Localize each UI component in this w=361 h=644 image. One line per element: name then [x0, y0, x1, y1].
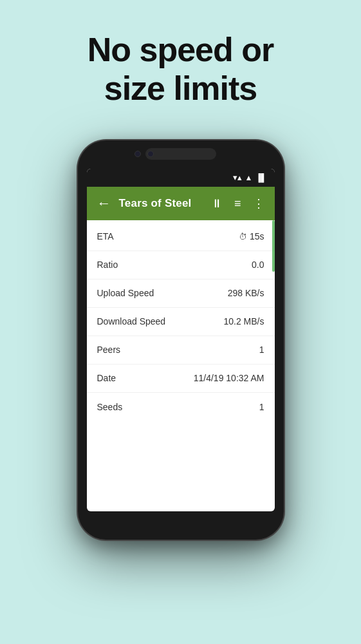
info-label: Date	[97, 373, 116, 383]
info-value-text: 1	[259, 345, 264, 355]
wifi-icon: ▾▴	[233, 173, 242, 182]
info-value: 1	[259, 402, 264, 412]
headline-line1: No speed or	[88, 31, 274, 68]
page-background: No speed or size limits ▾▴ ▲ ▐▌ ← Tears …	[0, 0, 361, 644]
info-label: Download Speed	[97, 316, 166, 327]
app-bar-title: Tears of Steel	[119, 197, 203, 210]
status-bar: ▾▴ ▲ ▐▌	[87, 169, 275, 187]
scroll-indicator	[272, 220, 275, 272]
info-value: 0.0	[252, 260, 264, 270]
info-value: ⏱15s	[239, 231, 264, 242]
info-label: Ratio	[97, 260, 118, 270]
app-bar-actions: ⏸ ≡ ⋮	[208, 195, 267, 212]
info-value-text: 0.0	[252, 260, 264, 270]
info-value: 298 KB/s	[228, 288, 264, 298]
info-value-text: 10.2 MB/s	[223, 316, 264, 327]
table-row: ETA⏱15s	[87, 223, 275, 251]
table-row: Download Speed10.2 MB/s	[87, 308, 275, 336]
phone-screen: ▾▴ ▲ ▐▌ ← Tears of Steel ⏸ ≡ ⋮ ETA⏱15sRa…	[87, 169, 275, 511]
table-row: Upload Speed298 KB/s	[87, 279, 275, 308]
phone-device: ▾▴ ▲ ▐▌ ← Tears of Steel ⏸ ≡ ⋮ ETA⏱15sRa…	[78, 140, 284, 540]
pause-button[interactable]: ⏸	[208, 195, 225, 212]
info-value-text: 1	[259, 402, 264, 412]
app-bar: ← Tears of Steel ⏸ ≡ ⋮	[87, 187, 275, 220]
table-row: Seeds1	[87, 393, 275, 421]
table-row: Ratio0.0	[87, 251, 275, 279]
list-button[interactable]: ≡	[232, 195, 244, 212]
table-row: Date11/4/19 10:32 AM	[87, 365, 275, 393]
info-label: Seeds	[97, 402, 123, 412]
info-list: ETA⏱15sRatio0.0Upload Speed298 KB/sDownl…	[87, 220, 275, 424]
back-button[interactable]: ←	[95, 194, 114, 213]
info-value: 11/4/19 10:32 AM	[194, 373, 264, 383]
headline-line2: size limits	[104, 70, 257, 107]
info-value-text: 298 KB/s	[228, 288, 264, 298]
battery-icon: ▐▌	[255, 173, 266, 182]
table-row: Peers1	[87, 336, 275, 365]
info-label: ETA	[97, 231, 114, 242]
info-value-text: 15s	[250, 231, 264, 242]
info-value: 1	[259, 345, 264, 355]
phone-camera-right	[147, 151, 154, 157]
info-value-text: 11/4/19 10:32 AM	[194, 373, 264, 383]
headline: No speed or size limits	[68, 31, 293, 108]
info-label: Peers	[97, 345, 121, 355]
signal-icon: ▲	[245, 173, 253, 182]
phone-speaker	[145, 148, 216, 160]
clock-icon: ⏱	[239, 232, 247, 242]
phone-camera-left	[134, 151, 141, 157]
info-value: 10.2 MB/s	[223, 316, 264, 327]
more-button[interactable]: ⋮	[250, 195, 267, 212]
info-label: Upload Speed	[97, 288, 154, 298]
